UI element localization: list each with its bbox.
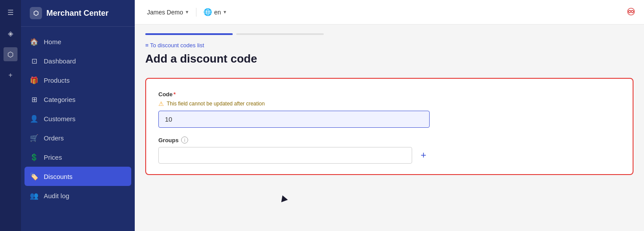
sidebar-title: Merchant Center: [46, 9, 108, 18]
store-selector[interactable]: James Demo ▼: [144, 6, 192, 18]
code-input[interactable]: [158, 111, 430, 128]
sidebar-item-home[interactable]: 🏠 Home: [21, 32, 135, 51]
sidebar-item-audit-log[interactable]: 👥 Audit log: [21, 186, 135, 205]
dashboard-icon: ⊡: [30, 56, 38, 65]
content-area: ≡ To discount codes list Add a discount …: [135, 24, 644, 231]
sidebar-header: ⬡ Merchant Center: [21, 0, 135, 27]
prices-icon: 💲: [30, 153, 38, 161]
topbar-right: ♾: [626, 7, 635, 18]
groups-info-icon[interactable]: i: [181, 136, 188, 144]
sidebar-item-products[interactable]: 🎁 Products: [21, 70, 135, 90]
topbar-left: James Demo ▼ 🌐 en ▼: [144, 5, 231, 19]
sidebar-item-discounts[interactable]: 🏷️ Discounts: [24, 167, 131, 186]
sidebar-item-categories[interactable]: ⊞ Categories: [21, 90, 135, 109]
sidebar-item-label: Home: [44, 38, 61, 46]
orders-icon: 🛒: [30, 133, 38, 142]
stack-icon[interactable]: ⬡: [4, 47, 18, 61]
menu-icon[interactable]: ☰: [4, 5, 18, 19]
groups-header: Groups i: [158, 136, 620, 144]
page-title: Add a discount code: [135, 52, 644, 74]
sidebar-nav: 🏠 Home ⊡ Dashboard 🎁 Products ⊞ Categori…: [21, 27, 135, 231]
groups-input[interactable]: [158, 147, 412, 164]
add-group-button[interactable]: +: [416, 147, 431, 163]
sidebar-item-label: Orders: [44, 134, 64, 142]
sidebar-item-label: Prices: [44, 154, 62, 161]
warning-icon: ⚠: [158, 100, 164, 107]
sidebar: ⬡ Merchant Center 🏠 Home ⊡ Dashboard 🎁 P…: [21, 0, 135, 231]
merchant-logo: ⬡: [30, 7, 42, 19]
topbar-divider: [196, 8, 196, 17]
groups-label: Groups: [158, 137, 178, 144]
sidebar-item-label: Audit log: [44, 192, 69, 200]
categories-icon: ⊞: [30, 95, 38, 104]
home-icon: 🏠: [30, 37, 38, 46]
required-star: *: [174, 91, 176, 98]
sidebar-item-label: Dashboard: [44, 57, 76, 65]
warning-text: This field cannot be updated after creat…: [167, 101, 265, 107]
lang-chevron-icon: ▼: [223, 10, 227, 14]
content-inner: ≡ To discount codes list Add a discount …: [135, 24, 644, 175]
sidebar-item-label: Discounts: [44, 173, 73, 180]
sidebar-item-customers[interactable]: 👤 Customers: [21, 109, 135, 128]
step-bar: [135, 24, 644, 35]
topbar: James Demo ▼ 🌐 en ▼ ♾: [135, 0, 644, 24]
discounts-icon: 🏷️: [30, 172, 38, 181]
layers-icon[interactable]: ◈: [4, 26, 18, 40]
breadcrumb-text: ≡ To discount codes list: [145, 42, 204, 49]
groups-input-row: +: [158, 147, 620, 164]
sidebar-item-orders[interactable]: 🛒 Orders: [21, 128, 135, 147]
globe-icon: 🌐: [203, 8, 212, 16]
store-name: James Demo: [147, 9, 183, 16]
customers-icon: 👤: [30, 114, 38, 123]
code-field-label: Code*: [158, 91, 620, 98]
sidebar-item-label: Categories: [44, 96, 76, 103]
step-segment-active: [145, 33, 233, 35]
field-warning: ⚠ This field cannot be updated after cre…: [158, 100, 620, 107]
cursor-arrow-icon: [279, 194, 288, 203]
language-selector[interactable]: 🌐 en ▼: [200, 5, 230, 19]
language-label: en: [214, 9, 221, 16]
audit-log-icon: 👥: [30, 191, 38, 200]
plus-icon[interactable]: +: [4, 68, 18, 82]
sidebar-item-label: Customers: [44, 115, 76, 122]
products-icon: 🎁: [30, 76, 38, 84]
icon-rail: ☰ ◈ ⬡ +: [0, 0, 21, 231]
step-segment-inactive: [236, 33, 324, 35]
groups-section: Groups i +: [158, 136, 620, 164]
store-chevron-icon: ▼: [185, 10, 189, 14]
brand-icon: ♾: [626, 7, 635, 18]
sidebar-item-prices[interactable]: 💲 Prices: [21, 147, 135, 167]
sidebar-item-dashboard[interactable]: ⊡ Dashboard: [21, 51, 135, 70]
form-card: Code* ⚠ This field cannot be updated aft…: [145, 78, 634, 175]
main-content: James Demo ▼ 🌐 en ▼ ♾ ≡ To discount code…: [135, 0, 644, 231]
breadcrumb[interactable]: ≡ To discount codes list: [135, 35, 644, 52]
sidebar-item-label: Products: [44, 77, 70, 84]
